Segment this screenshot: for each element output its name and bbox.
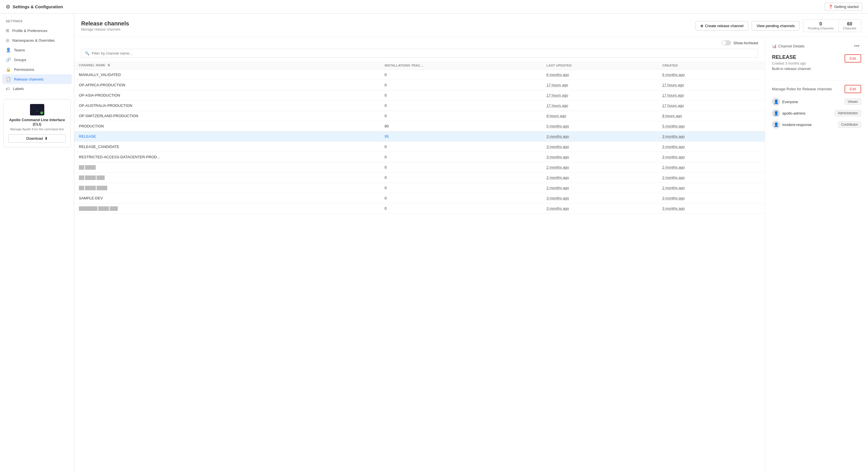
sidebar-item-groups[interactable]: 🔗 Groups <box>0 55 74 65</box>
topbar: ⚙ Settings & Configuration ❓ Getting sta… <box>0 0 868 14</box>
sort-icon: ⇅ <box>107 63 110 67</box>
created-cell: 3 months ago <box>658 131 765 142</box>
last-updated-cell: 2 months ago <box>542 172 658 183</box>
table-row[interactable]: OP-AUSTRALIA-PRODUCTION017 hours ago17 h… <box>74 101 765 111</box>
table-scroll[interactable]: CHANNEL NAME ⇅ INSTALLATIONS TRAC... LAS… <box>74 61 765 472</box>
profile-icon: ⊞ <box>6 28 9 33</box>
table-row[interactable]: OP-AFRICA-PRODUCTION017 hours ago17 hour… <box>74 80 765 90</box>
col-channel-name[interactable]: CHANNEL NAME ⇅ <box>74 61 380 70</box>
section-divider <box>772 80 861 80</box>
sidebar-item-release-channels[interactable]: 📋 Release channels <box>2 74 72 84</box>
namespaces-icon: ◎ <box>6 38 9 43</box>
channels-count: 60 <box>843 22 856 27</box>
role-avatar: 👤 <box>772 121 780 129</box>
help-button[interactable]: ❓ Getting started <box>825 3 862 10</box>
created-cell: 3 months ago <box>658 152 765 162</box>
sidebar-item-labels[interactable]: 🏷 Labels <box>0 84 74 93</box>
last-updated-cell: 6 months ago <box>542 70 658 80</box>
table-row[interactable]: OP-SWITZERLAND-PRODUCTION08 hours ago8 h… <box>74 111 765 121</box>
col-created[interactable]: CREATED <box>658 61 765 70</box>
table-row[interactable]: ██ ████02 months ago2 months ago <box>74 162 765 172</box>
detail-panel-header: 📊 Channel Details ••• <box>772 42 861 50</box>
last-updated-cell: 17 hours ago <box>542 101 658 111</box>
installations-cell: 0 <box>380 183 542 193</box>
last-updated-cell: 5 months ago <box>542 121 658 131</box>
channel-name-cell: SAMPLE-DEV <box>74 193 380 203</box>
search-bar: 🔍 <box>74 49 765 61</box>
detail-panel-more-button[interactable]: ••• <box>852 42 861 50</box>
permissions-icon: 🔒 <box>6 67 11 72</box>
last-updated-cell: 3 months ago <box>542 203 658 214</box>
table-row[interactable]: RELEASE_CANDIDATE03 months ago3 months a… <box>74 142 765 152</box>
page-title: Release channels <box>81 20 129 27</box>
sidebar-item-profile[interactable]: ⊞ Profile & Preferences <box>0 26 74 35</box>
role-badge: Administrator <box>835 110 861 116</box>
table-row[interactable]: OP-ASIA-PRODUCTION017 hours ago17 hours … <box>74 90 765 101</box>
roles-edit-button[interactable]: Edit <box>844 85 861 93</box>
table-row[interactable]: ██ ████ ████02 months ago2 months ago <box>74 183 765 193</box>
table-row[interactable]: PRODUCTION805 months ago5 months ago <box>74 121 765 131</box>
table-row[interactable]: SAMPLE-DEV03 months ago3 months ago <box>74 193 765 203</box>
show-archived-toggle[interactable] <box>721 40 731 45</box>
search-input-wrap: 🔍 <box>81 49 758 58</box>
table-header-row: CHANNEL NAME ⇅ INSTALLATIONS TRAC... LAS… <box>74 61 765 70</box>
release-section-top: RELEASE Created 3 months ago Built-in re… <box>772 54 861 74</box>
page-subtitle: Manage release channels <box>81 27 129 31</box>
table-row[interactable]: ███████ ████ ███03 months ago3 months ag… <box>74 203 765 214</box>
channel-name-cell: RESTRICTED-ACCESS-DATACENTER-PROD... <box>74 152 380 162</box>
channel-name-cell: OP-SWITZERLAND-PRODUCTION <box>74 111 380 121</box>
settings-icon: ⚙ <box>6 4 10 10</box>
release-name: RELEASE <box>772 54 811 60</box>
sidebar-item-permissions[interactable]: 🔒 Permissions <box>0 65 74 74</box>
col-installations[interactable]: INSTALLATIONS TRAC... <box>380 61 542 70</box>
channel-name-link[interactable]: RELEASE <box>79 134 96 138</box>
view-pending-channels-button[interactable]: View pending channels <box>752 21 799 31</box>
search-input[interactable] <box>92 51 754 56</box>
role-left: 👤 Everyone <box>772 98 798 106</box>
channel-name-cell: OP-AFRICA-PRODUCTION <box>74 80 380 90</box>
last-updated-cell: 3 months ago <box>542 193 658 203</box>
last-updated-cell: 2 months ago <box>542 183 658 193</box>
sidebar-item-label: Groups <box>14 58 26 62</box>
help-icon: ❓ <box>828 5 833 9</box>
table-row[interactable]: RELEASE953 months ago3 months ago <box>74 131 765 142</box>
sidebar-item-namespaces[interactable]: ◎ Namespaces & Overrides <box>0 35 74 45</box>
created-cell: 17 hours ago <box>658 80 765 90</box>
channels-label: Channels <box>843 27 856 30</box>
release-edit-button[interactable]: Edit <box>844 54 861 63</box>
cli-status-dot <box>40 112 43 114</box>
release-meta: Created 3 months ago <box>772 61 811 65</box>
role-name: Everyone <box>782 100 798 104</box>
sidebar-item-teams[interactable]: 👤 Teams <box>0 45 74 55</box>
table-row[interactable]: RESTRICTED-ACCESS-DATACENTER-PROD...03 m… <box>74 152 765 162</box>
search-icon: 🔍 <box>85 51 89 56</box>
role-row: 👤 apollo-admins Administrator <box>772 109 861 117</box>
installations-cell: 0 <box>380 193 542 203</box>
sidebar-item-label: Profile & Preferences <box>12 29 48 33</box>
archive-bar: Show Archived <box>74 37 765 49</box>
layout: SETTINGS ⊞ Profile & Preferences ◎ Names… <box>0 14 868 472</box>
release-section: RELEASE Created 3 months ago Built-in re… <box>772 54 861 74</box>
page-header-right: ⊕ Create release channel View pending ch… <box>695 20 861 32</box>
channel-name-cell: RELEASE_CANDIDATE <box>74 142 380 152</box>
installations-cell: 0 <box>380 70 542 80</box>
col-last-updated[interactable]: LAST UPDATED <box>542 61 658 70</box>
topbar-right: ❓ Getting started <box>825 3 862 10</box>
pending-channels-label: Pending Channels <box>808 27 834 30</box>
chart-icon: 📊 <box>772 44 777 48</box>
cli-download-button[interactable]: Download ⬇ <box>8 134 66 143</box>
create-release-channel-button[interactable]: ⊕ Create release channel <box>695 21 748 31</box>
labels-icon: 🏷 <box>6 86 10 91</box>
topbar-left: ⚙ Settings & Configuration <box>6 4 63 10</box>
installations-cell: 0 <box>380 162 542 172</box>
installations-cell: 80 <box>380 121 542 131</box>
sidebar: SETTINGS ⊞ Profile & Preferences ◎ Names… <box>0 14 74 472</box>
toggle-knob <box>722 41 726 45</box>
table-row[interactable]: MANUALLY_VALIDATED06 months ago6 months … <box>74 70 765 80</box>
roles-header: Manage Roles for Release channels Edit <box>772 85 861 93</box>
channel-name-cell: RELEASE <box>74 131 380 142</box>
cli-icon: _ <box>30 104 44 116</box>
installations-cell: 0 <box>380 172 542 183</box>
table-row[interactable]: ██ ████ ███02 months ago2 months ago <box>74 172 765 183</box>
channel-details-label: 📊 Channel Details <box>772 44 805 48</box>
